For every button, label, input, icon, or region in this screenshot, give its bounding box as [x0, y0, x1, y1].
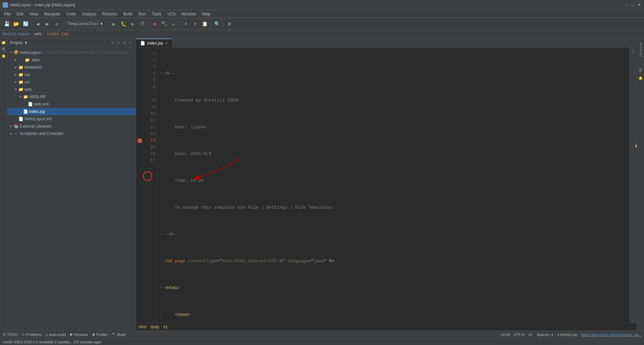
breadcrumb-web[interactable]: web	[34, 32, 42, 37]
line-num-8: 8	[144, 97, 155, 104]
breadcrumb-body[interactable]: body	[151, 325, 159, 329]
breadcrumb-h1[interactable]: h1	[163, 325, 168, 329]
encoding-selector[interactable]: UTF-8	[514, 333, 524, 337]
vcs-push-button[interactable]: ⬆	[191, 20, 199, 28]
maximize-button[interactable]: □	[631, 3, 635, 7]
tree-item-webinf[interactable]: ▼ 📁 WEB-INF	[7, 93, 136, 100]
toolbar-separator-3	[148, 21, 149, 27]
tree-item-indexjsp[interactable]: 📄 index.jsp	[7, 108, 136, 115]
url-link[interactable]: https://blog.csdn.net/yerenyuan_pk...	[581, 333, 641, 337]
build-project-button[interactable]: 🔨	[160, 20, 168, 28]
scroll-from-source-button[interactable]: ◎	[116, 40, 121, 46]
menu-tools[interactable]: Tools	[149, 11, 164, 17]
tree-item-root[interactable]: ▼ 📦 HelloLiayun C:\Users\32120\IdeaProje…	[7, 49, 136, 56]
event-log-button[interactable]: ● Event Log	[557, 333, 577, 337]
toolbar-history-button[interactable]: ↺	[53, 20, 61, 28]
tree-item-src[interactable]: ▶ 📁 src	[7, 78, 136, 86]
toolbar-sync-button[interactable]: 🔄	[21, 20, 30, 28]
tree-label-iml: HelloLiayun.iml	[24, 117, 52, 121]
database-icon[interactable]: 🗄	[638, 67, 644, 73]
run-config-dropdown[interactable]: TemplatesTest ▼	[65, 21, 109, 27]
line-num-13: 13	[144, 131, 155, 137]
minimize-button[interactable]: ─	[625, 3, 629, 7]
vcs-update-button[interactable]: ⬇	[182, 20, 190, 28]
toolbar-open-button[interactable]: 📂	[12, 20, 20, 28]
code-attr: language	[287, 258, 308, 265]
code-editor[interactable]: 1 2 3 4 5 6 7 8 9 10 11 12 13 14 15 16 1…	[136, 48, 637, 323]
fold-marker-1[interactable]: ▾	[160, 70, 164, 77]
menu-navigate[interactable]: Navigate	[42, 11, 63, 17]
sdk-button[interactable]: ☕	[169, 20, 177, 28]
close-panel-button[interactable]: ✕	[128, 40, 133, 46]
favorites-side-icon[interactable]: ⭐	[638, 75, 644, 81]
problems-button[interactable]: ⚠ Problems	[22, 332, 42, 337]
menu-edit[interactable]: Edit	[14, 11, 26, 17]
menu-build[interactable]: Build	[121, 11, 135, 17]
run-with-coverage-button[interactable]: ▶	[129, 20, 137, 28]
tree-item-extlibs[interactable]: ▶ 📚 External Libraries	[7, 123, 136, 130]
tree-item-web[interactable]: ▼ 📁 web	[7, 86, 136, 93]
tree-label-webxml: web.xml	[34, 102, 49, 107]
scroll-up-icon[interactable]: ∧	[630, 48, 636, 54]
menu-run[interactable]: Run	[136, 11, 149, 17]
collapse-all-button[interactable]: ≡	[110, 40, 115, 46]
search-everywhere-button[interactable]: 🔍	[213, 20, 221, 28]
menu-analyze[interactable]: Analyze	[79, 11, 99, 17]
structure-tab[interactable]: Structure	[638, 41, 643, 59]
line-num-14: 14	[144, 137, 155, 144]
debug-button[interactable]: 🐛	[119, 20, 127, 28]
project-tool-icon[interactable]: 📁	[1, 40, 7, 46]
structure-icon[interactable]: 🏗	[1, 46, 7, 52]
profile-button[interactable]: ⏱	[138, 20, 146, 28]
tree-item-module01[interactable]: ▶ 📁 Module01	[7, 64, 136, 71]
build-button[interactable]: 🔨 Build	[112, 332, 125, 337]
settings-button[interactable]: ⚙	[225, 20, 233, 28]
terminal-button[interactable]: ▶ Terminal	[70, 332, 88, 337]
tree-item-iml[interactable]: 📄 HelloLiayun.iml	[7, 115, 136, 123]
fold-marker-9[interactable]: ▾	[160, 285, 164, 291]
menu-vcs[interactable]: VCS	[165, 11, 178, 17]
project-settings-button[interactable]: ⚙	[122, 40, 127, 46]
menu-refactor[interactable]: Refactor	[100, 11, 120, 17]
fold-marker-10[interactable]: ▾	[160, 312, 164, 318]
breadcrumb-file[interactable]: index.jsp	[47, 32, 68, 37]
menu-help[interactable]: Help	[199, 11, 213, 17]
close-button[interactable]: ✕	[637, 3, 641, 7]
line-separator[interactable]: LF	[528, 333, 533, 337]
code-string: java	[314, 258, 324, 265]
tree-item-scratches[interactable]: ▶ ✏ Scratches and Consoles	[7, 130, 136, 137]
vcs-log-button[interactable]: 📋	[201, 20, 209, 28]
menu-window[interactable]: Window	[179, 11, 199, 17]
stop-button[interactable]: ■	[151, 20, 159, 28]
project-dropdown-arrow[interactable]: ▼	[24, 41, 28, 45]
menu-file[interactable]: File	[1, 11, 13, 17]
tab-close-button[interactable]: ✕	[165, 41, 168, 46]
favorites-icon[interactable]: ⭐	[1, 53, 7, 59]
profiler-button[interactable]: ◑ Profiler	[92, 332, 108, 337]
gutter-line-11	[136, 117, 144, 124]
todo-button[interactable]: ☑ TODO	[3, 332, 18, 337]
app-icon	[3, 2, 8, 8]
line-num-5: 5	[144, 77, 155, 84]
cursor-position[interactable]: 14:26	[501, 333, 510, 337]
tree-item-idea[interactable]: ▶ . 📁 .idea	[7, 56, 136, 64]
tab-index-jsp[interactable]: 📄 index.jsp ✕	[136, 39, 172, 47]
code-text: Created by IntelliJ IDEA.	[164, 97, 240, 104]
breadcrumb-root[interactable]: HelloLiayun	[3, 32, 29, 37]
breadcrumb-html[interactable]: html	[139, 325, 147, 329]
fold-marker-7[interactable]: ▴	[160, 231, 164, 238]
toolbar-separator-6	[223, 21, 223, 27]
run-button[interactable]: ▶	[110, 20, 118, 28]
toolbar-save-button[interactable]: 💾	[3, 20, 11, 28]
toolbar-forward-button[interactable]: ▶	[43, 20, 51, 28]
menu-code[interactable]: Code	[63, 11, 78, 17]
tree-item-out[interactable]: ▶ 📁 out	[7, 71, 136, 78]
toolbar-back-button[interactable]: ◀	[34, 20, 42, 28]
gutter-line-7	[136, 90, 144, 97]
breakpoint-14[interactable]	[138, 138, 142, 143]
indent-selector[interactable]: Spaces: 4	[537, 333, 553, 337]
project-panel-header: Project ▼ ≡ ◎ ⚙ ✕	[7, 38, 136, 48]
auto-build-button[interactable]: △ Auto-build	[46, 332, 66, 337]
menu-view[interactable]: View	[27, 11, 41, 17]
tree-item-webxml[interactable]: 📄 web.xml	[7, 100, 136, 108]
